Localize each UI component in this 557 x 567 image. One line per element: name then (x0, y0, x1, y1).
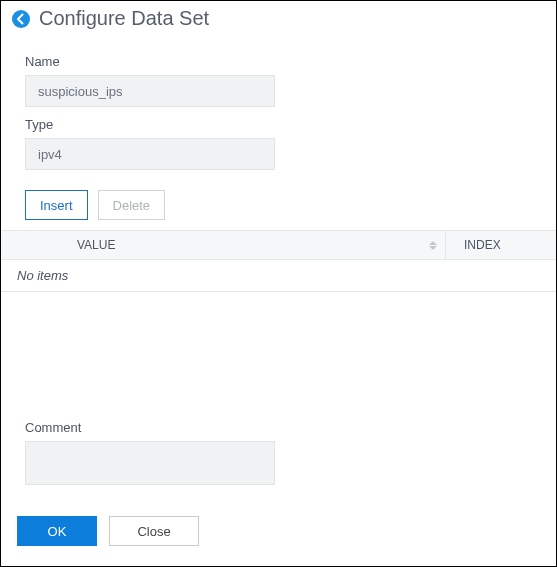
spacer (25, 292, 532, 410)
close-button[interactable]: Close (109, 516, 199, 546)
comment-section: Comment (1, 410, 556, 504)
dialog-header: Configure Data Set (1, 1, 556, 34)
type-label: Type (25, 117, 532, 132)
comment-label: Comment (25, 420, 532, 435)
table-header-row: VALUE INDEX (1, 230, 556, 260)
name-input[interactable] (25, 75, 275, 107)
table-empty-message: No items (1, 260, 556, 292)
ok-button[interactable]: OK (17, 516, 97, 546)
configure-data-set-dialog: Configure Data Set Name Type Insert Dele… (0, 0, 557, 567)
dialog-body: Name Type Insert Delete VALUE INDEX (1, 34, 556, 410)
type-input[interactable] (25, 138, 275, 170)
table-toolbar: Insert Delete (25, 190, 532, 220)
svg-point-0 (12, 10, 30, 28)
sort-icon[interactable] (429, 241, 437, 250)
delete-button: Delete (98, 190, 166, 220)
table-header-index[interactable]: INDEX (446, 238, 556, 252)
name-label: Name (25, 54, 532, 69)
column-label-index: INDEX (464, 238, 501, 252)
comment-textarea[interactable] (25, 441, 275, 485)
dialog-footer: OK Close (1, 504, 556, 566)
insert-button[interactable]: Insert (25, 190, 88, 220)
back-arrow-icon[interactable] (11, 9, 31, 29)
dialog-title: Configure Data Set (39, 7, 209, 30)
data-table: VALUE INDEX No items (1, 230, 556, 292)
column-label-value: VALUE (77, 238, 115, 252)
table-header-value[interactable]: VALUE (65, 231, 446, 259)
